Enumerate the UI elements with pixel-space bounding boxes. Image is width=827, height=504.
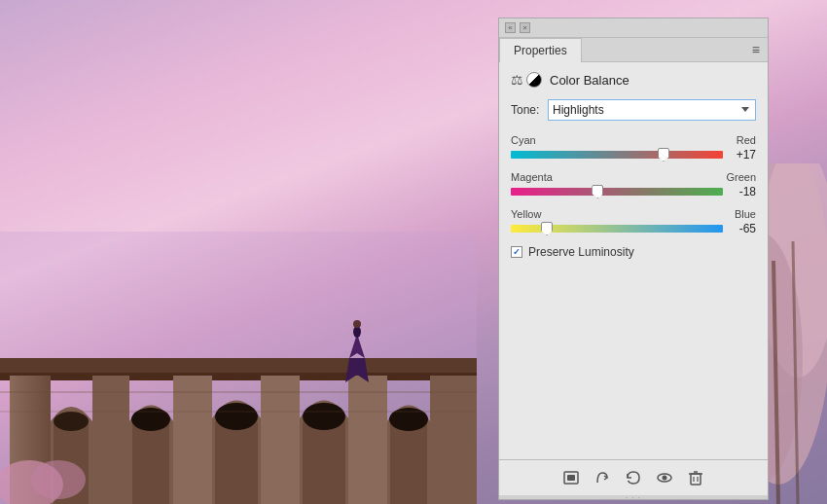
tone-label: Tone: — [511, 103, 542, 117]
svg-rect-8 — [173, 376, 212, 504]
panel-controls: « × — [505, 22, 530, 33]
delete-button[interactable] — [686, 468, 705, 487]
yellow-blue-labels: Yellow Blue — [511, 208, 756, 220]
svg-point-11 — [303, 403, 345, 430]
bridge-scene — [0, 232, 477, 504]
panel-tabs: Properties ≡ — [499, 38, 768, 62]
svg-rect-14 — [430, 376, 477, 504]
cyan-red-value: +17 — [729, 148, 756, 162]
color-balance-header: ⚖ Color Balance — [511, 72, 756, 88]
svg-point-20 — [31, 460, 86, 499]
svg-point-29 — [663, 476, 667, 481]
svg-rect-10 — [261, 376, 300, 504]
scales-icon: ⚖ — [511, 72, 523, 88]
add-mask-button[interactable] — [561, 468, 581, 487]
cyan-red-labels: Cyan Red — [511, 134, 756, 146]
yellow-blue-slider-row: -65 — [511, 222, 756, 235]
visibility-button[interactable] — [655, 468, 674, 487]
magenta-green-value: -18 — [729, 185, 756, 198]
blue-label: Blue — [735, 208, 756, 220]
color-balance-icon: ⚖ — [511, 72, 542, 88]
preserve-luminosity-row: Preserve Luminosity — [511, 245, 756, 259]
yellow-blue-thumb[interactable] — [541, 222, 553, 235]
panel-toolbar — [499, 459, 768, 495]
yellow-blue-track-container[interactable] — [511, 222, 723, 235]
svg-point-18 — [353, 320, 361, 328]
green-label: Green — [726, 171, 756, 183]
magenta-label: Magenta — [511, 171, 553, 183]
reset-button[interactable] — [624, 468, 643, 487]
cyan-label: Cyan — [511, 134, 536, 146]
svg-rect-6 — [92, 376, 129, 504]
panel-resize-handle[interactable]: · · · — [499, 495, 768, 499]
panel-content: ⚖ Color Balance Tone: Shadows Midtones H… — [499, 62, 768, 459]
trash-icon — [687, 469, 704, 486]
svg-rect-30 — [691, 474, 701, 485]
magenta-green-slider-row: -18 — [511, 185, 756, 198]
svg-point-5 — [54, 412, 89, 431]
panel-titlebar: « × — [499, 18, 768, 38]
cyan-red-slider-row: +17 — [511, 148, 756, 162]
red-label: Red — [737, 134, 756, 146]
clip-icon — [593, 469, 611, 486]
svg-rect-0 — [0, 232, 477, 368]
refresh-button[interactable] — [593, 468, 612, 487]
handle-dots-icon: · · · — [626, 493, 641, 502]
svg-rect-2 — [0, 373, 477, 380]
color-balance-title: Color Balance — [550, 73, 629, 88]
magenta-green-labels: Magenta Green — [511, 171, 756, 183]
preserve-luminosity-checkbox[interactable] — [511, 246, 522, 258]
properties-panel: « × Properties ≡ ⚖ Color Balance Tone: S… — [498, 18, 769, 500]
tone-select[interactable]: Shadows Midtones Highlights — [548, 99, 756, 121]
panel-menu-button[interactable]: ≡ — [744, 38, 768, 61]
magenta-green-track-container[interactable] — [511, 185, 723, 198]
magenta-green-slider-section: Magenta Green -18 — [511, 171, 756, 198]
tone-row: Tone: Shadows Midtones Highlights — [511, 99, 756, 121]
svg-point-9 — [215, 403, 258, 430]
panel-collapse-button[interactable]: « — [505, 22, 516, 33]
panel-close-button[interactable]: × — [520, 22, 530, 33]
magenta-green-thumb[interactable] — [592, 185, 603, 198]
svg-rect-12 — [348, 376, 387, 504]
yellow-blue-value: -65 — [729, 222, 756, 235]
cyan-red-track — [511, 151, 723, 159]
adjustment-circle-icon — [526, 72, 542, 88]
svg-rect-27 — [567, 475, 575, 481]
yellow-label: Yellow — [511, 208, 541, 220]
cyan-red-slider-section: Cyan Red +17 — [511, 134, 756, 162]
mask-icon — [562, 469, 580, 486]
cyan-red-track-container[interactable] — [511, 148, 723, 162]
tab-properties[interactable]: Properties — [499, 38, 582, 62]
yellow-blue-slider-section: Yellow Blue -65 — [511, 208, 756, 235]
magenta-green-track — [511, 188, 723, 196]
preserve-luminosity-label: Preserve Luminosity — [528, 245, 634, 259]
cyan-red-thumb[interactable] — [658, 148, 669, 162]
reset-icon — [625, 469, 642, 486]
eye-icon — [656, 469, 673, 486]
